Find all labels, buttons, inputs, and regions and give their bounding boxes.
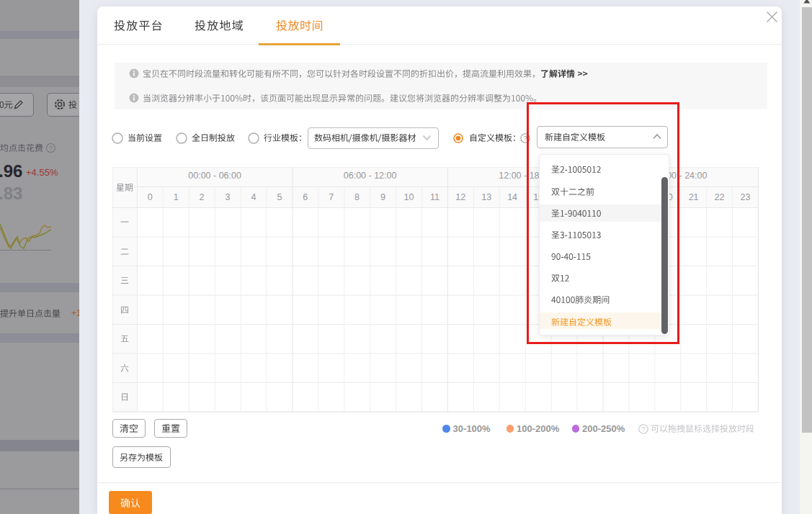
svg-text:?: ? xyxy=(49,145,53,152)
svg-text:?: ? xyxy=(641,425,645,433)
